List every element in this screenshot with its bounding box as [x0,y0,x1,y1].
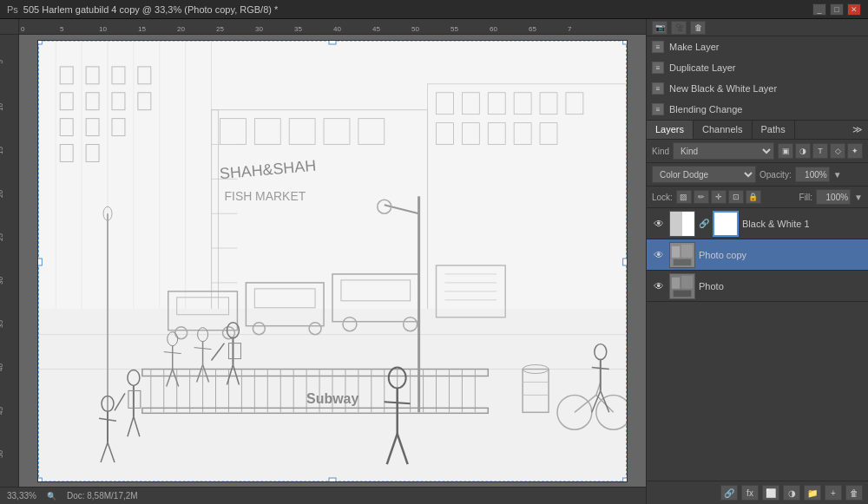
camera-icon[interactable]: 🎥 [671,21,687,35]
svg-rect-160 [681,244,693,257]
history-item-new-bw-layer[interactable]: ≡ New Black & White Layer [647,78,868,99]
blend-mode-select[interactable]: Color Dodge [652,166,756,183]
svg-rect-154 [329,478,336,481]
kind-shape-icon[interactable]: ◇ [830,143,845,159]
lock-image-icon[interactable]: ✏ [694,190,709,204]
doc-size: Doc: 8,58M/17,2M [67,491,138,501]
app-icon: Ps [7,4,18,15]
history-label-duplicate-layer: Duplicate Layer [669,62,735,73]
lock-all-icon[interactable]: 🔒 [746,190,761,204]
kind-select[interactable]: Kind [673,142,774,160]
ruler-tick-h-35: 35 [294,25,333,34]
canvas-area: 0 5 10 15 20 25 30 35 40 45 50 55 60 65 … [0,19,646,504]
layer-name-photo: Photo [699,281,863,291]
history-item-make-layer[interactable]: ≡ Make Layer [647,36,868,57]
layer-kind-row: Kind Kind ▣ ◑ T ◇ ✦ [647,140,868,163]
kind-type-icon[interactable]: T [812,143,828,159]
history-header: 📷 🎥 🗑 [647,19,868,36]
kind-label: Kind [652,147,669,156]
svg-rect-164 [681,275,693,288]
svg-rect-165 [674,290,692,296]
layers-panel: Layers Channels Paths ≫ Kind Kind ▣ ◑ T [647,121,868,504]
history-icon-make-layer: ≡ [652,41,664,53]
history-item-blending-change[interactable]: ≡ Blending Change [647,99,868,120]
layer-adjustment-button[interactable]: ◑ [783,485,800,501]
ruler-row-top: 0 5 10 15 20 25 30 35 40 45 50 55 60 65 … [0,19,646,35]
fill-input[interactable] [816,189,851,205]
layer-thumb-photo [669,273,695,299]
history-panel: 📷 🎥 🗑 ≡ Make Layer ≡ Duplicate Layer ≡ N… [647,19,868,121]
opacity-chevron: ▼ [833,170,842,180]
layers-panel-expand[interactable]: ≫ [847,121,868,139]
fill-label: Fill: [799,193,813,202]
layer-style-button[interactable]: fx [741,485,759,501]
layer-visibility-photo-copy[interactable]: 👁 [652,248,666,262]
layer-mask-button[interactable]: ⬜ [762,485,779,501]
history-label-new-bw-layer: New Black & White Layer [669,83,777,94]
svg-rect-153 [38,478,42,481]
eye-icon-photo: 👁 [654,280,664,292]
layer-link-bw: 🔗 [699,219,709,228]
kind-adjustment-icon[interactable]: ◑ [795,143,811,159]
layer-mask-thumb-bw [713,211,739,237]
kind-pixel-icon[interactable]: ▣ [778,143,793,159]
minimize-button[interactable]: _ [812,3,826,16]
svg-text:FISH MARKET: FISH MARKET [224,189,306,203]
lock-transparent-icon[interactable]: ▨ [676,190,692,204]
ruler-tick-h-20: 20 [177,25,216,34]
lock-artboard-icon[interactable]: ⊡ [728,190,744,204]
ruler-vertical: 5 10 15 20 25 30 35 40 45 50 [0,35,19,487]
maximize-button[interactable]: □ [830,3,844,16]
layer-item-photo-copy[interactable]: 👁 Photo copy [647,239,868,271]
layer-item-photo[interactable]: 👁 Photo [647,271,868,302]
tab-channels[interactable]: Channels [694,121,752,139]
layer-thumb-photo-copy [669,242,695,268]
layer-delete-button[interactable]: 🗑 [845,485,863,501]
lock-icons: ▨ ✏ ✛ ⊡ 🔒 [676,190,761,204]
ruler-corner [0,19,19,35]
svg-rect-159 [672,245,680,257]
svg-rect-161 [674,259,692,265]
opacity-input[interactable] [795,167,830,182]
history-icon-duplicate-layer: ≡ [652,62,664,74]
layer-new-button[interactable]: + [825,485,842,501]
ruler-tick-h-0: 0 [21,25,60,34]
ruler-tick-h-30: 30 [255,25,294,34]
ruler-tick-h-7: 7 [568,25,607,34]
history-item-duplicate-layer[interactable]: ≡ Duplicate Layer [647,57,868,78]
zoom-level: 33,33% [7,491,36,501]
layer-link-button[interactable]: 🔗 [720,485,738,501]
svg-rect-148 [38,41,42,44]
blend-opacity-row: Color Dodge Opacity: ▼ [647,163,868,187]
opacity-label: Opacity: [760,170,792,180]
layer-group-button[interactable]: 📁 [804,485,821,501]
new-snapshot-icon[interactable]: 📷 [652,21,667,35]
status-bar: 33,33% 🔍 Doc: 8,58M/17,2M [0,487,646,504]
tab-paths[interactable]: Paths [753,121,795,139]
layer-visibility-photo[interactable]: 👁 [652,279,666,293]
trash-history-icon[interactable]: 🗑 [690,21,706,35]
layer-visibility-bw[interactable]: 👁 [652,217,666,231]
canvas-image: SHAH&SHAH FISH MARKET [38,41,627,481]
svg-rect-157 [670,212,682,236]
ruler-tick-h-15: 15 [138,25,177,34]
lock-position-icon[interactable]: ✛ [711,190,727,204]
history-label-make-layer: Make Layer [669,42,719,52]
layer-name-photo-copy: Photo copy [699,250,863,260]
canvas-inner: SHAH&SHAH FISH MARKET [37,40,628,482]
kind-smart-icon[interactable]: ✦ [847,143,863,159]
history-icon-blending-change: ≡ [652,103,664,115]
close-button[interactable]: ✕ [847,3,861,16]
tab-layers[interactable]: Layers [647,121,694,139]
ruler-horizontal: 0 5 10 15 20 25 30 35 40 45 50 55 60 65 … [19,19,646,35]
lock-row: Lock: ▨ ✏ ✛ ⊡ 🔒 Fill: ▼ [647,187,868,207]
opacity-row: Opacity: ▼ [760,167,842,182]
history-icon-new-bw-layer: ≡ [652,82,664,95]
layer-name-bw: Black & White 1 [742,219,863,229]
ruler-tick-h-60: 60 [490,25,529,34]
ruler-tick-h-10: 10 [99,25,138,34]
fill-chevron: ▼ [854,193,863,202]
layer-item-bw[interactable]: 👁 🔗 Black & White 1 [647,208,868,239]
ruler-tick-h-50: 50 [411,25,450,34]
zoom-icon: 🔍 [47,492,56,501]
